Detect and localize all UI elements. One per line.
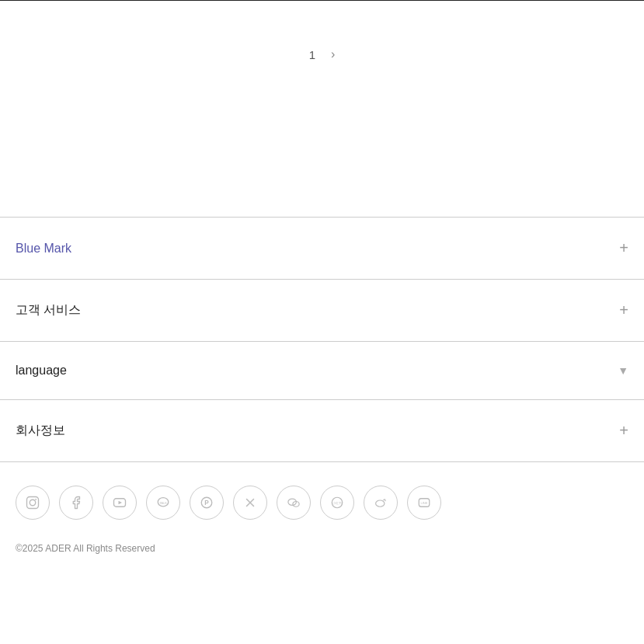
svg-text:P: P bbox=[204, 500, 209, 506]
svg-rect-0 bbox=[27, 497, 39, 509]
accordion-label-customer-service: 고객 서비스 bbox=[16, 302, 81, 319]
accordion-header-blue-mark[interactable]: Blue Mark + bbox=[0, 218, 644, 279]
next-page-button[interactable]: › bbox=[331, 47, 335, 61]
chevron-down-icon-language: ▼ bbox=[618, 364, 628, 377]
accordion-header-company-info[interactable]: 회사정보 + bbox=[0, 400, 644, 461]
svg-marker-4 bbox=[119, 501, 123, 505]
x-twitter-icon[interactable] bbox=[233, 486, 267, 520]
wechat-icon[interactable] bbox=[277, 486, 311, 520]
svg-point-2 bbox=[35, 499, 37, 500]
pagination-area: 1 › bbox=[0, 1, 644, 124]
accordion-header-language[interactable]: language ▼ bbox=[0, 342, 644, 399]
copyright-label: ©2025 ADER All Rights Reserved bbox=[16, 543, 155, 554]
accordion-section: Blue Mark + 고객 서비스 + language ▼ 회사정보 + bbox=[0, 218, 644, 462]
accordion-item-company-info: 회사정보 + bbox=[0, 400, 644, 462]
svg-text:小红书: 小红书 bbox=[332, 501, 342, 505]
plus-icon-company-info: + bbox=[619, 422, 628, 440]
kakaotalk-icon[interactable]: TALK bbox=[146, 486, 180, 520]
youtube-icon[interactable] bbox=[103, 486, 137, 520]
plus-icon-customer-service: + bbox=[619, 301, 628, 319]
xiaohongshu-icon[interactable]: 小红书 bbox=[320, 486, 354, 520]
plus-icon-blue-mark: + bbox=[619, 239, 628, 257]
pinterest-icon[interactable]: P bbox=[190, 486, 224, 520]
svg-point-13 bbox=[376, 500, 385, 506]
current-page: 1 bbox=[309, 48, 315, 61]
accordion-label-blue-mark: Blue Mark bbox=[16, 242, 71, 256]
social-icons-row: TALK P 小红书 bbox=[0, 462, 644, 535]
svg-point-1 bbox=[30, 500, 36, 506]
accordion-item-language: language ▼ bbox=[0, 342, 644, 400]
accordion-label-language: language bbox=[16, 364, 67, 378]
instagram-icon[interactable] bbox=[16, 486, 50, 520]
facebook-icon[interactable] bbox=[59, 486, 93, 520]
line-icon[interactable]: LINE bbox=[407, 486, 441, 520]
svg-text:LINE: LINE bbox=[420, 501, 427, 505]
copyright-text: ©2025 ADER All Rights Reserved bbox=[0, 535, 644, 577]
accordion-header-customer-service[interactable]: 고객 서비스 + bbox=[0, 280, 644, 341]
svg-text:TALK: TALK bbox=[159, 501, 167, 505]
accordion-item-customer-service: 고객 서비스 + bbox=[0, 280, 644, 342]
accordion-item-blue-mark: Blue Mark + bbox=[0, 218, 644, 280]
accordion-label-company-info: 회사정보 bbox=[16, 423, 65, 439]
weibo-icon[interactable] bbox=[364, 486, 398, 520]
